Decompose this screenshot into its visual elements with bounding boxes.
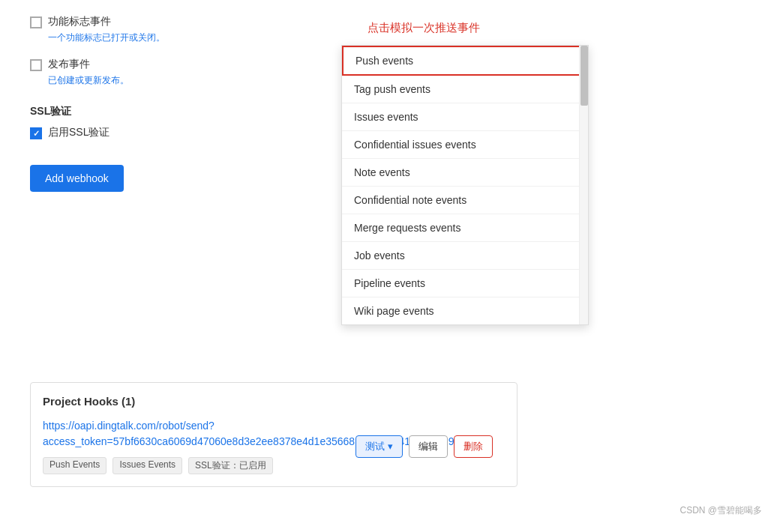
watermark: CSDN @雪碧能喝多 xyxy=(680,504,762,517)
hook-tag: SSL验证：已启用 xyxy=(188,457,273,474)
ssl-enable-label: 启用SSL验证 xyxy=(48,126,110,139)
dropdown-list: Push eventsTag push eventsIssues eventsC… xyxy=(342,46,588,324)
delete-button[interactable]: 删除 xyxy=(454,435,493,458)
feature-flag-section: 功能标志事件 一个功能标志已打开或关闭。 xyxy=(30,15,315,44)
test-button[interactable]: 测试 ▾ xyxy=(356,435,403,458)
hook-actions: 测试 ▾ 编辑 删除 xyxy=(356,435,493,458)
edit-button[interactable]: 编辑 xyxy=(409,435,448,458)
add-webhook-button[interactable]: Add webhook xyxy=(30,165,124,192)
publish-event-checkbox[interactable] xyxy=(30,59,42,71)
publish-event-label: 发布事件 xyxy=(48,58,90,71)
dropdown-item[interactable]: Confidential note events xyxy=(342,187,588,214)
dropdown-item[interactable]: Job events xyxy=(342,242,588,270)
annotation-text: 点击模拟一次推送事件 xyxy=(368,21,480,35)
publish-event-section: 发布事件 已创建或更新发布。 xyxy=(30,58,315,87)
test-chevron-icon: ▾ xyxy=(388,441,393,452)
page-container: 点击模拟一次推送事件 功能标志事件 一个功能标志已打开或关闭。 发布事件 已创建… xyxy=(0,0,777,532)
feature-flag-label: 功能标志事件 xyxy=(48,15,111,28)
ssl-section: SSL验证 启用SSL验证 xyxy=(30,105,315,139)
feature-flag-desc: 一个功能标志已打开或关闭。 xyxy=(48,31,315,44)
hook-tags: Push EventsIssues EventsSSL验证：已启用 xyxy=(43,457,505,474)
dropdown-item[interactable]: Pipeline events xyxy=(342,270,588,297)
hook-tag: Push Events xyxy=(43,457,106,474)
scrollbar-thumb xyxy=(580,46,588,106)
dropdown-scrollbar[interactable] xyxy=(579,46,588,324)
publish-event-row: 发布事件 xyxy=(30,58,315,71)
ssl-title: SSL验证 xyxy=(30,105,315,118)
test-button-label: 测试 xyxy=(365,440,385,453)
ssl-enable-checkbox[interactable] xyxy=(30,127,42,139)
hook-tag: Issues Events xyxy=(112,457,182,474)
dropdown-menu: Push eventsTag push eventsIssues eventsC… xyxy=(341,45,589,325)
dropdown-item[interactable]: Issues events xyxy=(342,103,588,131)
left-panel: 功能标志事件 一个功能标志已打开或关闭。 发布事件 已创建或更新发布。 SSL验… xyxy=(30,15,315,192)
feature-flag-checkbox[interactable] xyxy=(30,16,42,28)
project-hooks-panel: Project Hooks (1) https://oapi.dingtalk.… xyxy=(30,382,518,487)
dropdown-item[interactable]: Note events xyxy=(342,159,588,187)
project-hooks-title: Project Hooks (1) xyxy=(43,395,505,408)
hook-row: https://oapi.dingtalk.com/robot/send?acc… xyxy=(43,418,505,474)
ssl-enable-row: 启用SSL验证 xyxy=(30,126,315,139)
dropdown-item[interactable]: Push events xyxy=(342,46,588,76)
dropdown-item[interactable]: Merge requests events xyxy=(342,214,588,242)
feature-flag-row: 功能标志事件 xyxy=(30,15,315,28)
dropdown-item[interactable]: Wiki page events xyxy=(342,297,588,324)
dropdown-item[interactable]: Tag push events xyxy=(342,76,588,103)
publish-event-desc: 已创建或更新发布。 xyxy=(48,74,315,87)
dropdown-item[interactable]: Confidential issues events xyxy=(342,131,588,159)
